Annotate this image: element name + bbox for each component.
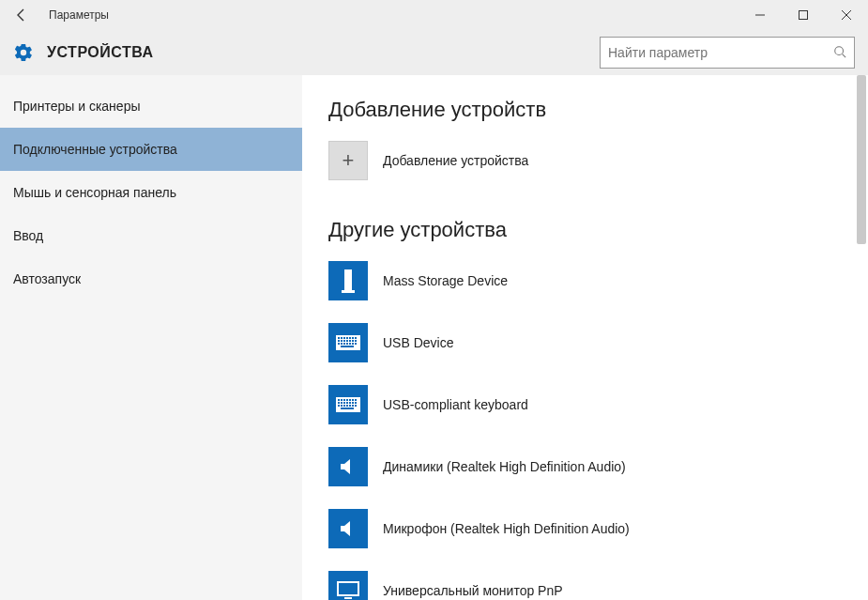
svg-rect-12 — [346, 337, 348, 339]
svg-rect-36 — [349, 399, 351, 401]
main-panel: Добавление устройств + Добавление устрой… — [302, 75, 868, 600]
svg-rect-53 — [341, 408, 354, 409]
svg-rect-43 — [349, 402, 351, 404]
svg-rect-15 — [355, 337, 357, 339]
sidebar-item-connected-devices[interactable]: Подключенные устройства — [0, 128, 302, 171]
svg-rect-45 — [355, 402, 357, 404]
close-button[interactable] — [825, 0, 868, 30]
gear-icon — [13, 42, 34, 63]
device-row[interactable]: Динамики (Realtek High Definition Audio) — [328, 447, 842, 486]
svg-rect-26 — [346, 343, 348, 345]
device-row[interactable]: Mass Storage Device — [328, 261, 842, 300]
svg-rect-34 — [343, 399, 345, 401]
sidebar: Принтеры и сканеры Подключенные устройст… — [0, 75, 302, 600]
svg-rect-30 — [341, 346, 354, 347]
svg-rect-1 — [799, 11, 808, 20]
svg-rect-23 — [338, 343, 340, 345]
svg-rect-29 — [355, 343, 357, 345]
maximize-button[interactable] — [782, 0, 825, 30]
svg-rect-37 — [352, 399, 354, 401]
sidebar-item-label: Подключенные устройства — [13, 142, 177, 157]
svg-marker-55 — [341, 521, 350, 536]
svg-rect-25 — [343, 343, 345, 345]
device-label: Микрофон (Realtek High Definition Audio) — [383, 521, 630, 536]
sidebar-item-label: Ввод — [13, 228, 43, 243]
svg-rect-39 — [338, 402, 340, 404]
svg-rect-35 — [346, 399, 348, 401]
sidebar-item-printers[interactable]: Принтеры и сканеры — [0, 85, 302, 128]
add-device-button[interactable]: + Добавление устройства — [328, 141, 842, 180]
sidebar-item-label: Принтеры и сканеры — [13, 99, 140, 114]
search-box[interactable] — [600, 37, 855, 69]
device-label: USB Device — [383, 335, 453, 350]
sidebar-item-label: Мышь и сенсорная панель — [13, 185, 176, 200]
svg-rect-24 — [341, 343, 343, 345]
svg-rect-11 — [343, 337, 345, 339]
svg-point-4 — [835, 46, 844, 54]
sidebar-item-mouse[interactable]: Мышь и сенсорная панель — [0, 171, 302, 214]
svg-rect-32 — [338, 399, 340, 401]
svg-rect-7 — [342, 290, 355, 293]
svg-rect-49 — [346, 405, 348, 407]
content: Принтеры и сканеры Подключенные устройст… — [0, 75, 868, 600]
svg-rect-56 — [338, 582, 358, 595]
keyboard-icon — [328, 323, 368, 362]
titlebar: Параметры — [0, 0, 868, 30]
svg-rect-40 — [341, 402, 343, 404]
svg-rect-21 — [352, 340, 354, 342]
page-title: УСТРОЙСТВА — [47, 44, 154, 61]
svg-marker-54 — [341, 459, 350, 474]
svg-rect-28 — [352, 343, 354, 345]
svg-rect-17 — [341, 340, 343, 342]
svg-rect-42 — [346, 402, 348, 404]
header: УСТРОЙСТВА — [0, 30, 868, 75]
device-label: USB-compliant keyboard — [383, 397, 528, 412]
scrollbar[interactable] — [857, 75, 866, 244]
search-input[interactable] — [608, 45, 833, 60]
device-label: Mass Storage Device — [383, 273, 508, 288]
speaker-icon — [328, 509, 368, 548]
svg-rect-50 — [349, 405, 351, 407]
svg-rect-27 — [349, 343, 351, 345]
add-device-label: Добавление устройства — [383, 153, 528, 168]
svg-rect-19 — [346, 340, 348, 342]
plus-icon: + — [328, 141, 368, 180]
back-button[interactable] — [0, 0, 43, 30]
device-row[interactable]: USB Device — [328, 323, 842, 362]
window-controls — [739, 0, 868, 30]
svg-rect-48 — [343, 405, 345, 407]
svg-rect-6 — [344, 269, 352, 290]
device-row[interactable]: Универсальный монитор PnP — [328, 571, 842, 600]
device-row[interactable]: Микрофон (Realtek High Definition Audio) — [328, 509, 842, 548]
svg-line-5 — [843, 54, 846, 57]
svg-rect-14 — [352, 337, 354, 339]
svg-rect-22 — [355, 340, 357, 342]
svg-rect-41 — [343, 402, 345, 404]
sidebar-item-label: Автозапуск — [13, 271, 81, 286]
search-icon — [833, 45, 846, 61]
svg-rect-47 — [341, 405, 343, 407]
minimize-button[interactable] — [739, 0, 782, 30]
svg-rect-33 — [341, 399, 343, 401]
section-add-title: Добавление устройств — [328, 98, 842, 122]
svg-rect-16 — [338, 340, 340, 342]
sidebar-item-input[interactable]: Ввод — [0, 214, 302, 257]
svg-rect-46 — [338, 405, 340, 407]
speaker-icon — [328, 447, 368, 486]
svg-rect-51 — [352, 405, 354, 407]
keyboard-icon — [328, 385, 368, 424]
device-label: Динамики (Realtek High Definition Audio) — [383, 459, 626, 474]
svg-rect-10 — [341, 337, 343, 339]
device-label: Универсальный монитор PnP — [383, 583, 563, 598]
svg-rect-38 — [355, 399, 357, 401]
section-other-title: Другие устройства — [328, 218, 842, 242]
device-row[interactable]: USB-compliant keyboard — [328, 385, 842, 424]
monitor-icon — [328, 571, 368, 600]
tower-icon — [328, 261, 368, 300]
svg-rect-18 — [343, 340, 345, 342]
svg-rect-52 — [355, 405, 357, 407]
svg-rect-20 — [349, 340, 351, 342]
sidebar-item-autorun[interactable]: Автозапуск — [0, 257, 302, 300]
svg-rect-44 — [352, 402, 354, 404]
svg-rect-13 — [349, 337, 351, 339]
